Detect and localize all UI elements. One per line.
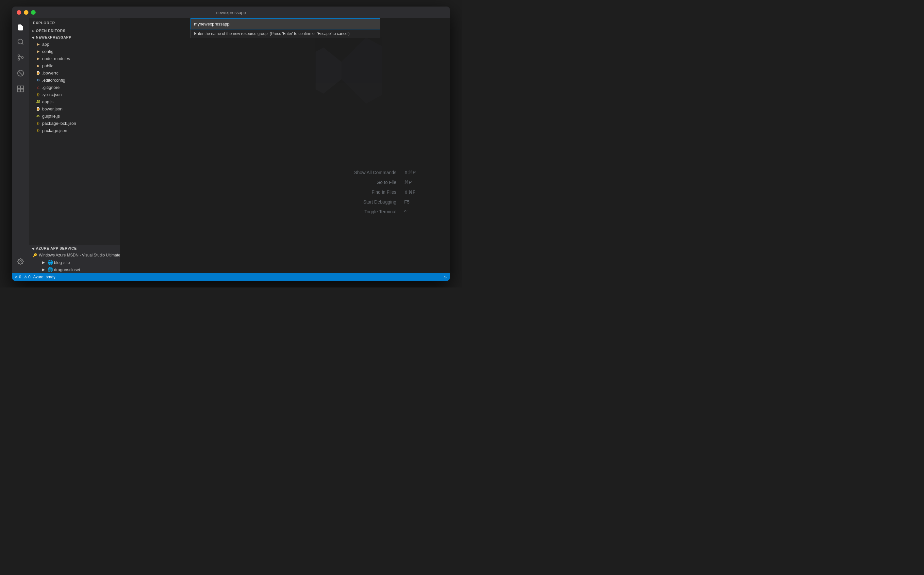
open-editors-chevron: ▶: [32, 29, 35, 33]
settings-activity-icon[interactable]: [14, 255, 27, 268]
vscode-logo-watermark: [313, 35, 384, 108]
activity-bar-bottom: [14, 255, 27, 273]
resource-group-input-box[interactable]: [191, 18, 380, 29]
resource-group-input[interactable]: [194, 22, 376, 27]
folder-icon: ▶: [36, 63, 41, 68]
json-icon: {}: [36, 128, 41, 133]
newexpressapp-chevron: ◀: [32, 36, 35, 39]
smiley-icon: ☺: [443, 275, 447, 280]
svg-point-4: [22, 57, 24, 59]
tree-item-yo-rc[interactable]: {} .yo-rc.json: [29, 91, 120, 98]
sidebar: EXPLORER ▶ OPEN EDITORS ◀ NEWEXPRESSAPP …: [29, 18, 121, 273]
svg-point-3: [18, 59, 20, 60]
tree-item-editorconfig[interactable]: ⚙ .editorconfig: [29, 76, 120, 84]
folder-icon: ▶: [36, 41, 41, 47]
start-debugging-label: Start Debugging: [364, 199, 396, 205]
azure-icon: ▶: [41, 260, 46, 265]
find-in-files-key: ⇧⌘F: [404, 189, 424, 195]
go-to-file-key: ⌘P: [404, 179, 424, 185]
tree-item-packagejson[interactable]: {} package.json: [29, 127, 120, 134]
json-icon: {}: [36, 92, 41, 97]
js-icon: JS: [36, 99, 41, 104]
debug-activity-icon[interactable]: [14, 67, 27, 80]
svg-rect-9: [17, 86, 20, 89]
svg-line-1: [22, 43, 23, 44]
show-all-commands-label: Show All Commands: [354, 170, 396, 175]
app-body: EXPLORER ▶ OPEN EDITORS ◀ NEWEXPRESSAPP …: [12, 18, 450, 273]
open-editors-section[interactable]: ▶ OPEN EDITORS: [29, 27, 120, 34]
svg-point-0: [18, 39, 23, 44]
azure-section-header[interactable]: ◀ AZURE APP SERVICE: [29, 245, 120, 252]
newexpressapp-label: NEWEXPRESSAPP: [36, 35, 71, 39]
toggle-terminal-label: Toggle Terminal: [364, 209, 396, 214]
folder-icon: ▶: [36, 49, 41, 54]
tree-item-bowerjson[interactable]: 🍺 bower.json: [29, 105, 120, 113]
tree-item-bowerrc[interactable]: 🍺 .bowerrc: [29, 69, 120, 76]
input-overlay: Enter the name of the new resource group…: [121, 18, 450, 38]
globe-icon2: 🌐: [48, 267, 52, 272]
main-content: Enter the name of the new resource group…: [121, 18, 450, 273]
tree-item-gitignore[interactable]: ⎌ .gitignore: [29, 84, 120, 91]
status-warnings[interactable]: ⚠ 0: [24, 275, 31, 280]
azure-subscription[interactable]: 🔑 Windows Azure MSDN - Visual Studio Ult…: [29, 252, 120, 259]
start-debugging-key: F5: [404, 199, 424, 205]
tree-item-public[interactable]: ▶ public: [29, 62, 120, 69]
show-all-commands-key: ⇧⌘P: [404, 170, 424, 175]
key-icon: 🔑: [32, 253, 38, 258]
search-activity-icon[interactable]: [14, 35, 27, 48]
tree-item-config[interactable]: ▶ config: [29, 48, 120, 55]
azure-tree: 🔑 Windows Azure MSDN - Visual Studio Ult…: [29, 252, 120, 273]
shortcut-toggle-terminal: Toggle Terminal ^`: [354, 209, 424, 214]
svg-rect-10: [21, 86, 24, 89]
shortcut-find-in-files: Find in Files ⇧⌘F: [354, 189, 424, 195]
globe-icon: 🌐: [48, 260, 52, 265]
tree-item-node-modules[interactable]: ▶ node_modules: [29, 55, 120, 62]
svg-line-6: [20, 56, 22, 57]
go-to-file-label: Go to File: [376, 179, 396, 185]
source-control-activity-icon[interactable]: [14, 51, 27, 64]
extensions-activity-icon[interactable]: [14, 82, 27, 95]
explorer-header: EXPLORER: [29, 18, 120, 27]
bower-icon: 🍺: [36, 70, 41, 75]
config-icon: ⚙: [36, 78, 41, 83]
js-icon: JS: [36, 113, 41, 119]
status-azure[interactable]: Azure: brady: [33, 275, 55, 280]
shortcut-go-to-file: Go to File ⌘P: [354, 179, 424, 185]
azure-chevron: ◀: [32, 247, 35, 250]
azure-icon: ▶: [41, 267, 46, 272]
warning-count: 0: [29, 275, 31, 280]
tree-item-gulpfile[interactable]: JS gulpfile.js: [29, 113, 120, 119]
close-button[interactable]: [17, 10, 21, 15]
svg-point-13: [20, 261, 22, 262]
window-title: newexpressapp: [216, 10, 246, 15]
toggle-terminal-key: ^`: [404, 209, 424, 214]
newexpressapp-section[interactable]: ◀ NEWEXPRESSAPP: [29, 34, 120, 41]
minimize-button[interactable]: [24, 10, 29, 15]
status-errors[interactable]: ✕ 0: [15, 275, 21, 280]
error-icon: ✕: [15, 275, 18, 280]
titlebar: newexpressapp: [12, 6, 450, 18]
bower-icon: 🍺: [36, 106, 41, 111]
welcome-shortcuts: Show All Commands ⇧⌘P Go to File ⌘P Find…: [354, 170, 424, 214]
status-bar: ✕ 0 ⚠ 0 Azure: brady ☺: [12, 273, 450, 281]
error-count: 0: [19, 275, 21, 280]
file-tree: ▶ app ▶ config ▶ node_modules: [29, 41, 120, 134]
status-smiley[interactable]: ☺: [443, 275, 447, 280]
find-in-files-label: Find in Files: [372, 189, 396, 195]
shortcut-start-debugging: Start Debugging F5: [354, 199, 424, 205]
vscode-window: newexpressapp: [12, 6, 450, 281]
folder-icon: ▶: [36, 56, 41, 61]
azure-dragonscloset[interactable]: ▶ 🌐 dragonscloset: [29, 266, 120, 273]
svg-rect-12: [21, 89, 24, 92]
tree-item-packagelock[interactable]: {} package-lock.json: [29, 119, 120, 127]
explorer-activity-icon[interactable]: [14, 21, 27, 34]
azure-status-text: Azure: brady: [33, 275, 55, 280]
git-icon: ⎌: [36, 85, 41, 90]
traffic-lights: [17, 10, 36, 15]
maximize-button[interactable]: [31, 10, 36, 15]
tree-item-appjs[interactable]: JS app.js: [29, 98, 120, 105]
svg-rect-11: [17, 89, 20, 92]
azure-blog-site[interactable]: ▶ 🌐 blog-site: [29, 259, 120, 266]
azure-section-label: AZURE APP SERVICE: [36, 246, 77, 250]
tree-item-app[interactable]: ▶ app: [29, 41, 120, 48]
